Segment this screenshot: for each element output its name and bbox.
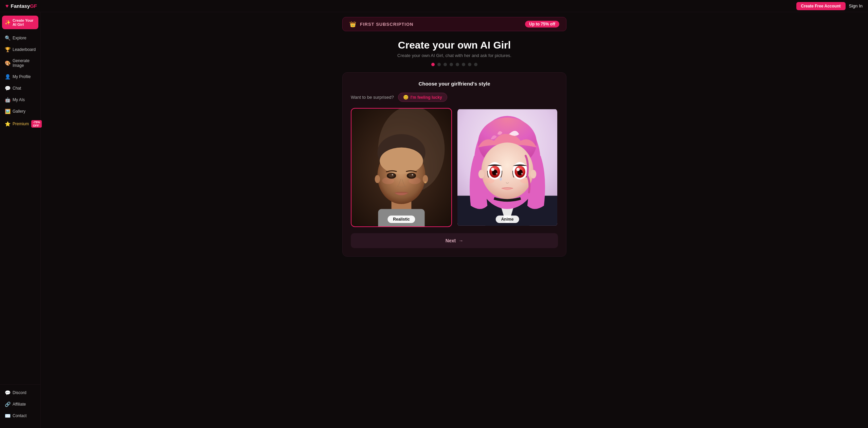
contact-icon: ✉️ <box>5 413 10 418</box>
premium-badge: -75% OFF <box>31 120 42 128</box>
svg-point-36 <box>521 173 523 174</box>
svg-point-16 <box>375 175 380 183</box>
anime-portrait-image <box>457 109 557 226</box>
realistic-label: Realistic <box>387 216 415 223</box>
sidebar-item-leaderboard[interactable]: 🏆 Leaderboard <box>2 44 38 55</box>
style-options-grid: Realistic <box>351 108 558 227</box>
step-dot-7[interactable] <box>468 63 471 66</box>
explore-icon: 🔍 <box>5 35 10 41</box>
profile-icon: 👤 <box>5 74 10 79</box>
create-account-button[interactable]: Create Free Account <box>796 2 846 10</box>
promo-banner[interactable]: 👑 FIRST SUBSCRIPTION Up to 75% off <box>342 17 566 31</box>
sidebar-item-contact[interactable]: ✉️ Contact <box>2 410 38 421</box>
top-nav: ♥ FantasyGF Create Free Account Sign In <box>0 0 868 12</box>
svg-point-14 <box>392 174 393 175</box>
leaderboard-icon: 🏆 <box>5 47 10 52</box>
promo-discount-badge: Up to 75% off <box>525 21 559 27</box>
sidebar-item-explore[interactable]: 🔍 Explore <box>2 33 38 43</box>
step-dot-3[interactable] <box>444 63 447 66</box>
anime-label: Anime <box>496 216 519 223</box>
sidebar: ✨ Create Your AI Girl 🔍 Explore 🏆 Leader… <box>0 12 41 428</box>
chat-icon: 💬 <box>5 86 10 91</box>
realistic-portrait-image <box>351 109 451 226</box>
logo: ♥ FantasyGF <box>5 3 37 9</box>
svg-point-15 <box>412 174 413 175</box>
svg-point-12 <box>388 173 395 178</box>
sidebar-item-affiliate[interactable]: 🔗 Affiliate <box>2 399 38 410</box>
gallery-icon: 🖼️ <box>5 109 10 114</box>
logo-text: FantasyGF <box>11 3 37 9</box>
svg-point-40 <box>478 170 485 178</box>
myais-icon: 🤖 <box>5 97 10 103</box>
sidebar-item-chat[interactable]: 💬 Chat <box>2 83 38 94</box>
premium-icon: ⭐ <box>5 121 10 127</box>
card-title: Choose your girlfriend's style <box>351 81 558 87</box>
style-selection-card: Choose your girlfriend's style Want to b… <box>342 72 566 257</box>
sidebar-item-generate[interactable]: 🎨 Generate Image <box>2 56 38 71</box>
lucky-icon: 😊 <box>403 95 409 100</box>
promo-left: 👑 FIRST SUBSCRIPTION <box>349 21 413 27</box>
svg-point-33 <box>491 168 494 171</box>
step-dot-4[interactable] <box>450 63 453 66</box>
step-dot-8[interactable] <box>474 63 477 66</box>
page-title: Create your own AI Girl <box>397 39 511 51</box>
next-arrow-icon: → <box>458 238 463 243</box>
svg-point-13 <box>409 173 415 178</box>
sidebar-item-profile[interactable]: 👤 My Profile <box>2 71 38 82</box>
svg-point-38 <box>484 178 494 184</box>
feeling-lucky-button[interactable]: 😊 I'm feeling lucky <box>398 93 447 102</box>
step-dot-1[interactable] <box>431 63 435 66</box>
style-option-realistic[interactable]: Realistic <box>351 108 452 227</box>
svg-point-37 <box>500 178 502 181</box>
next-label: Next <box>446 238 456 243</box>
page-title-area: Create your own AI Girl Create your own … <box>397 39 511 58</box>
affiliate-icon: 🔗 <box>5 402 10 407</box>
nav-right: Create Free Account Sign In <box>796 2 863 10</box>
promo-text: FIRST SUBSCRIPTION <box>360 22 413 27</box>
sidebar-bottom: 💬 Discord 🔗 Affiliate ✉️ Contact <box>0 384 40 425</box>
page-subtitle: Create your own AI Girl, chat with her a… <box>397 53 511 58</box>
sparkle-icon: ✨ <box>5 20 10 25</box>
sidebar-item-myais[interactable]: 🤖 My AIs <box>2 94 38 105</box>
sidebar-top: ✨ Create Your AI Girl 🔍 Explore 🏆 Leader… <box>0 16 40 382</box>
svg-point-35 <box>496 173 498 174</box>
style-option-anime[interactable]: Anime <box>457 108 558 227</box>
sidebar-item-premium[interactable]: ⭐ Premium -75% OFF <box>2 117 38 130</box>
step-dot-2[interactable] <box>437 63 441 66</box>
next-button[interactable]: Next → <box>351 233 558 248</box>
surprise-row: Want to be surprised? 😊 I'm feeling luck… <box>351 93 558 102</box>
main-content: 👑 FIRST SUBSCRIPTION Up to 75% off Creat… <box>41 12 868 428</box>
sidebar-item-gallery[interactable]: 🖼️ Gallery <box>2 106 38 117</box>
svg-point-34 <box>516 168 520 171</box>
surprise-label: Want to be surprised? <box>351 95 394 100</box>
logo-heart-icon: ♥ <box>5 3 9 9</box>
svg-point-41 <box>530 170 537 178</box>
create-ai-girl-button[interactable]: ✨ Create Your AI Girl <box>2 16 38 29</box>
lucky-label: I'm feeling lucky <box>411 95 442 100</box>
svg-point-7 <box>380 147 423 174</box>
step-dots <box>431 63 477 66</box>
step-dot-6[interactable] <box>462 63 465 66</box>
crown-icon: 👑 <box>349 21 357 27</box>
layout: ✨ Create Your AI Girl 🔍 Explore 🏆 Leader… <box>0 12 868 428</box>
generate-icon: 🎨 <box>5 60 10 66</box>
discord-icon: 💬 <box>5 390 10 395</box>
sidebar-item-discord[interactable]: 💬 Discord <box>2 387 38 398</box>
signin-button[interactable]: Sign In <box>849 3 863 8</box>
svg-point-18 <box>424 181 427 183</box>
step-dot-5[interactable] <box>456 63 459 66</box>
